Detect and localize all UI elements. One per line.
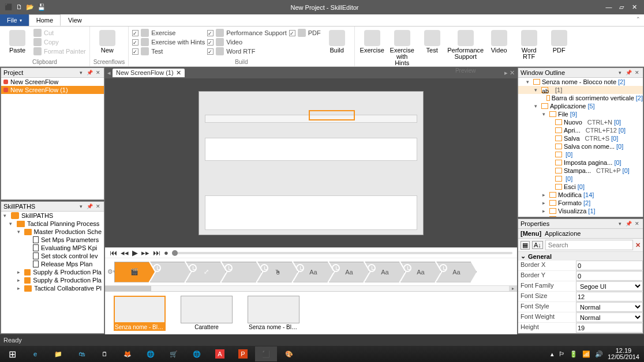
outline-node[interactable]: Esci [0]	[518, 183, 643, 191]
new-doc-icon[interactable]: 🗋	[16, 3, 23, 11]
prop-border-x-input[interactable]	[576, 261, 643, 270]
scroll-right-icon[interactable]: ▸	[509, 286, 517, 291]
taskbar-explorer[interactable]: 📁	[47, 346, 69, 361]
taskbar-adobe[interactable]: A	[209, 346, 231, 361]
panel-dropdown-icon[interactable]: ▾	[616, 221, 623, 227]
prop-height-input[interactable]	[576, 323, 643, 333]
prop-font-style-select[interactable]: Normal	[576, 302, 643, 312]
taskbar-firefox[interactable]: 🦊	[117, 346, 138, 361]
build-wordrtf-check[interactable]: Word RTF	[207, 47, 287, 55]
file-tab[interactable]: File	[0, 14, 29, 26]
tray-flag-icon[interactable]: 🏳	[559, 350, 565, 357]
skillpaths-node[interactable]: ▾Tactical Planning Process	[1, 220, 104, 228]
paste-button[interactable]: Paste	[3, 29, 31, 55]
document-canvas[interactable]	[105, 78, 517, 247]
outline-node[interactable]: ▸? [3]	[518, 215, 643, 217]
new-screenflow-button[interactable]: New	[93, 29, 121, 55]
tabbar-nav-left-icon[interactable]: ◂	[107, 69, 111, 77]
document-tab-close-icon[interactable]: ✕	[176, 69, 181, 77]
outline-node[interactable]: ▸Visualizza [1]	[518, 207, 643, 215]
build-test-check[interactable]: Test	[132, 47, 205, 55]
prop-font-family-select[interactable]: Segoe UI	[576, 281, 643, 291]
build-button[interactable]: Build	[323, 29, 351, 55]
outline-node[interactable]: ▾ab[1]	[518, 86, 643, 94]
taskbar-skilleditor[interactable]: ⬛	[255, 346, 277, 361]
prop-font-size-input[interactable]	[576, 292, 643, 301]
outline-node[interactable]: ▸Formato [2]	[518, 199, 643, 207]
skillpaths-node[interactable]: Set stock control lev	[1, 252, 104, 260]
last-frame-button[interactable]: ⏭	[153, 248, 160, 257]
close-button[interactable]: ✕	[629, 3, 639, 11]
panel-close-icon[interactable]: ✕	[95, 203, 102, 209]
tray-battery-icon[interactable]: 🔋	[570, 350, 578, 358]
step-item[interactable]: Aa	[293, 262, 334, 282]
outline-node[interactable]: Stampa...CTRL+P [0]	[518, 167, 643, 175]
outline-node[interactable]: [0]	[518, 175, 643, 183]
preview-exercise-button[interactable]: Exercise	[358, 29, 386, 55]
outline-node[interactable]: ▸Modifica [14]	[518, 191, 643, 199]
cut-button[interactable]: Cut	[33, 29, 86, 37]
format-painter-button[interactable]: Format Painter	[33, 47, 86, 55]
outline-node[interactable]: Barra di scorrimento verticale [2]	[518, 94, 643, 102]
build-exercise-hints-check[interactable]: Exercise with Hints	[132, 38, 205, 46]
preview-pdf-button[interactable]: PDF	[545, 29, 573, 55]
step-item[interactable]: Aa	[329, 262, 369, 282]
start-button[interactable]: ⊞	[1, 346, 23, 361]
prop-group-general[interactable]: ⌄General	[518, 252, 643, 261]
preview-perf-button[interactable]: Performance Support	[448, 29, 483, 61]
thumbnail[interactable]: Carattere	[179, 296, 234, 331]
skillpaths-node[interactable]: ▸Tactical Collaborative Pl	[1, 284, 104, 292]
tray-up-icon[interactable]: ▴	[551, 350, 554, 358]
tray-volume-icon[interactable]: 🔊	[595, 350, 603, 358]
expand-icon[interactable]: ▾	[534, 103, 540, 109]
skillpaths-root[interactable]: ▾SkillPATHS	[1, 212, 104, 220]
expand-icon[interactable]: ▸	[542, 208, 548, 214]
panel-close-icon[interactable]: ✕	[95, 70, 102, 76]
build-pdf-check[interactable]: PDF	[289, 29, 321, 37]
taskbar-sticky[interactable]: 🗒	[93, 346, 115, 361]
outline-node[interactable]: Salva con nome... [0]	[518, 142, 643, 150]
step-item[interactable]: 🎬	[114, 262, 155, 282]
expand-icon[interactable]: ▾	[526, 79, 531, 85]
expand-icon[interactable]: ▸	[542, 192, 548, 198]
prop-sort-alpha-icon[interactable]: A↓	[532, 241, 543, 249]
step-item[interactable]: Aa	[365, 262, 405, 282]
taskbar-powerpoint[interactable]: P	[232, 346, 254, 361]
prev-frame-button[interactable]: ◂◂	[121, 248, 129, 257]
save-icon[interactable]: 💾	[38, 3, 46, 11]
skillpaths-node[interactable]: Set Mps Parameters	[1, 236, 104, 244]
skillpaths-node[interactable]: ▾Master Production Sche	[1, 228, 104, 236]
tab-view[interactable]: View	[61, 14, 89, 26]
step-scrollbar[interactable]: ▸	[105, 285, 517, 291]
preview-video-button[interactable]: Video	[485, 29, 513, 55]
timeline-slider[interactable]	[172, 252, 512, 254]
build-video-check[interactable]: Video	[207, 38, 287, 46]
step-item[interactable]: ⤢	[186, 262, 226, 282]
prop-font-weight-select[interactable]: Normal	[576, 312, 643, 322]
record-button[interactable]: ●	[164, 248, 169, 257]
first-frame-button[interactable]: ⏮	[110, 248, 117, 257]
step-item[interactable]	[222, 262, 262, 282]
panel-dropdown-icon[interactable]: ▾	[616, 70, 623, 76]
outline-node[interactable]: ▾File [9]	[518, 110, 643, 118]
play-button[interactable]: ▶	[132, 248, 138, 257]
build-exercise-check[interactable]: Exercise	[132, 29, 205, 37]
project-item[interactable]: New ScreenFlow (1)	[1, 86, 104, 94]
preview-word-button[interactable]: Word RTF	[515, 29, 543, 61]
prop-border-y-input[interactable]	[576, 271, 643, 281]
panel-close-icon[interactable]: ✕	[634, 70, 641, 76]
panel-close-icon[interactable]: ✕	[634, 221, 641, 227]
tray-clock[interactable]: 12.19 12/05/2014	[608, 348, 639, 360]
taskbar-paint[interactable]: 🎨	[278, 346, 300, 361]
properties-search-input[interactable]	[545, 240, 633, 250]
outline-node[interactable]: ▾Applicazione [5]	[518, 102, 643, 110]
panel-pin-icon[interactable]: 📌	[86, 70, 93, 76]
open-folder-icon[interactable]: 📂	[26, 3, 34, 11]
search-clear-icon[interactable]: ✕	[635, 242, 641, 249]
skillpaths-node[interactable]: Evaluating MPS Kpi	[1, 244, 104, 252]
panel-pin-icon[interactable]: 📌	[625, 70, 632, 76]
next-frame-button[interactable]: ▸▸	[141, 248, 149, 257]
build-perf-check[interactable]: Performance Support	[207, 29, 287, 37]
panel-dropdown-icon[interactable]: ▾	[77, 70, 84, 76]
step-item[interactable]: Aa	[400, 262, 441, 282]
